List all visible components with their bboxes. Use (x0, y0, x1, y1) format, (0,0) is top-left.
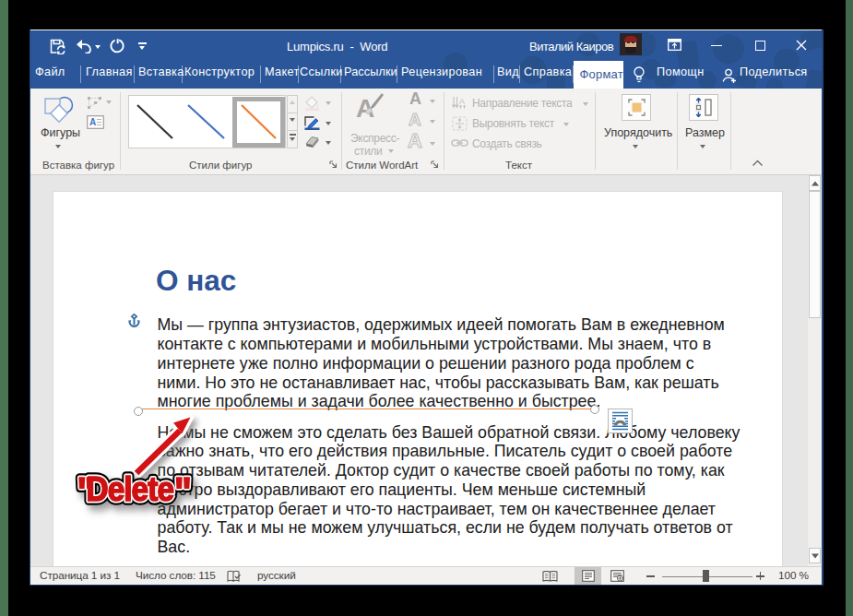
svg-text:": " (174, 469, 191, 515)
svg-text:A: A (89, 117, 96, 127)
svg-text:Delete: Delete (87, 469, 174, 507)
svg-text:A: A (459, 97, 465, 106)
